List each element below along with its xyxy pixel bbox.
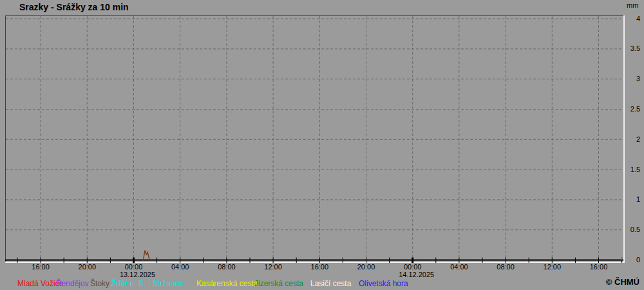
legend-item-jizerska-cesta: Jizerská cesta: [254, 279, 303, 288]
date-label: 13.12.2025: [120, 271, 155, 278]
y-tick-label: 0.5: [622, 226, 640, 233]
x-tick-label: 04:00: [450, 263, 468, 271]
y-tick-label: 4: [622, 15, 640, 23]
x-tick-label: 08:00: [497, 263, 515, 271]
x-tick-label: 00:00: [404, 263, 422, 271]
y-tick-label: 2: [622, 136, 640, 143]
x-tick-label: 04:00: [171, 263, 189, 271]
x-tick-label: 20:00: [79, 263, 97, 271]
legend-item-stoky: Štoky: [90, 279, 109, 288]
precip-spike-line: [144, 251, 150, 260]
x-tick-label: 16:00: [590, 263, 608, 271]
y-tick-label: 3.5: [622, 45, 640, 52]
copyright-label: © ČHMÚ: [606, 277, 639, 287]
legend-item-rendejov: Řendějov: [56, 279, 89, 288]
legend-item-olivetska-hora: Olivetská hora: [359, 279, 408, 288]
date-label: 14.12.2025: [399, 271, 434, 278]
legend-item-zdar-n-s-strzanov: Žďár n. S. - Stržanov: [111, 279, 183, 288]
y-tick-label: 1: [622, 196, 640, 203]
legend-item-kasarenska-cesta: Kasárenská cesta: [196, 279, 258, 288]
x-tick-label: 08:00: [218, 263, 236, 271]
x-tick-label: 12:00: [544, 263, 562, 271]
y-tick-label: 1.5: [622, 166, 640, 173]
y-tick-label: 2.5: [622, 106, 640, 113]
legend-item-lasici-cesta: Lasičí cesta: [310, 279, 351, 288]
plot-area: [0, 0, 644, 290]
x-tick-label: 00:00: [125, 263, 143, 271]
y-tick-label: 0: [622, 256, 640, 264]
x-tick-label: 16:00: [311, 263, 329, 271]
x-tick-label: 16:00: [32, 263, 50, 271]
x-tick-label: 20:00: [357, 263, 375, 271]
y-tick-label: 3: [622, 75, 640, 82]
x-tick-label: 12:00: [264, 263, 282, 271]
